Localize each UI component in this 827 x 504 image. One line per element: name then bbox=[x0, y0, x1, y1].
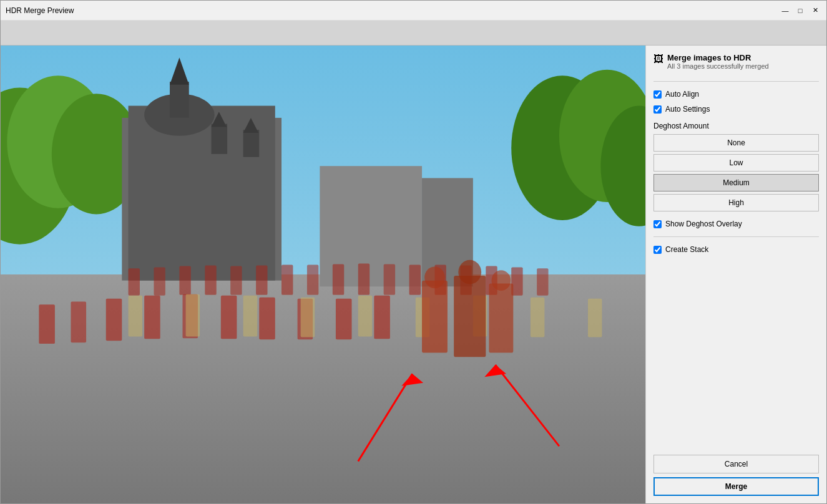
divider-2 bbox=[653, 236, 819, 237]
merge-icon: 🖼 bbox=[653, 54, 663, 65]
panel-header-text: Merge images to HDR All 3 images success… bbox=[667, 53, 769, 70]
cancel-button[interactable]: Cancel bbox=[653, 455, 819, 473]
hdr-preview-image bbox=[1, 46, 645, 503]
toolbar bbox=[1, 21, 826, 46]
create-stack-checkbox[interactable] bbox=[653, 246, 662, 254]
deghost-medium-button[interactable]: Medium bbox=[653, 174, 819, 191]
create-stack-label[interactable]: Create Stack bbox=[665, 245, 708, 254]
show-deghost-checkbox[interactable] bbox=[653, 220, 662, 228]
auto-settings-checkbox[interactable] bbox=[653, 105, 662, 114]
divider-1 bbox=[653, 81, 819, 82]
deghost-overlay bbox=[1, 46, 645, 503]
auto-align-checkbox[interactable] bbox=[653, 90, 662, 99]
deghost-section-label: Deghost Amount bbox=[653, 122, 819, 130]
right-settings-panel: 🖼 Merge images to HDR All 3 images succe… bbox=[645, 46, 826, 503]
auto-settings-label[interactable]: Auto Settings bbox=[665, 105, 710, 114]
bottom-buttons: Cancel Merge bbox=[653, 455, 819, 496]
content-area: 🖼 Merge images to HDR All 3 images succe… bbox=[1, 46, 826, 503]
show-deghost-label[interactable]: Show Deghost Overlay bbox=[665, 220, 742, 228]
image-preview-panel bbox=[1, 46, 645, 503]
create-stack-row: Create Stack bbox=[653, 245, 819, 254]
panel-subtitle: All 3 images successfully merged bbox=[667, 62, 769, 70]
maximize-button[interactable]: □ bbox=[794, 4, 806, 17]
minimize-button[interactable]: — bbox=[779, 4, 791, 17]
deghost-none-button[interactable]: None bbox=[653, 134, 819, 152]
close-button[interactable]: ✕ bbox=[809, 4, 821, 17]
window-title: HDR Merge Preview bbox=[6, 6, 74, 15]
deghost-buttons-group: None Low Medium High bbox=[653, 134, 819, 211]
auto-align-label[interactable]: Auto Align bbox=[665, 90, 699, 99]
auto-align-row: Auto Align bbox=[653, 90, 819, 99]
deghost-low-button[interactable]: Low bbox=[653, 154, 819, 172]
hdr-merge-window: HDR Merge Preview — □ ✕ bbox=[0, 0, 827, 504]
panel-title: Merge images to HDR bbox=[667, 53, 769, 62]
deghost-high-button[interactable]: High bbox=[653, 194, 819, 211]
window-controls: — □ ✕ bbox=[779, 4, 821, 17]
title-bar: HDR Merge Preview — □ ✕ bbox=[1, 1, 826, 21]
panel-header: 🖼 Merge images to HDR All 3 images succe… bbox=[653, 53, 819, 70]
merge-button[interactable]: Merge bbox=[653, 477, 819, 496]
auto-settings-row: Auto Settings bbox=[653, 105, 819, 114]
show-deghost-row: Show Deghost Overlay bbox=[653, 220, 819, 228]
